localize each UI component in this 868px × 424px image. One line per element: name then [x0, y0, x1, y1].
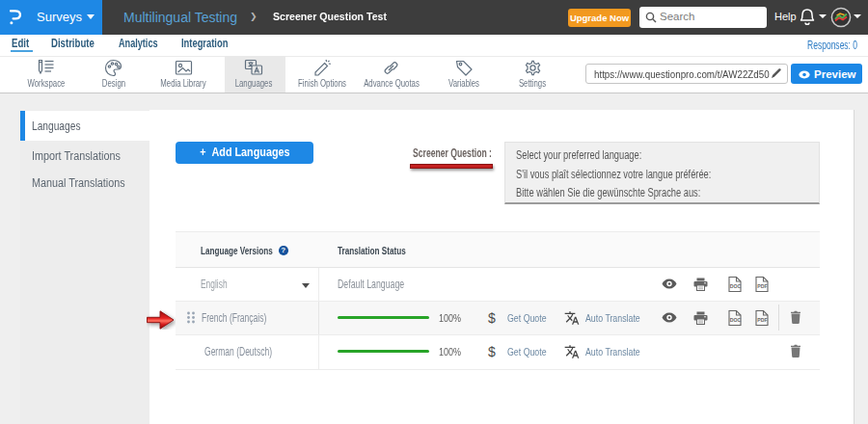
svg-text:DOC: DOC: [730, 283, 742, 289]
svg-text:PDF: PDF: [757, 283, 767, 289]
svg-text:PDF: PDF: [757, 317, 767, 323]
svg-text:DOC: DOC: [730, 317, 742, 323]
